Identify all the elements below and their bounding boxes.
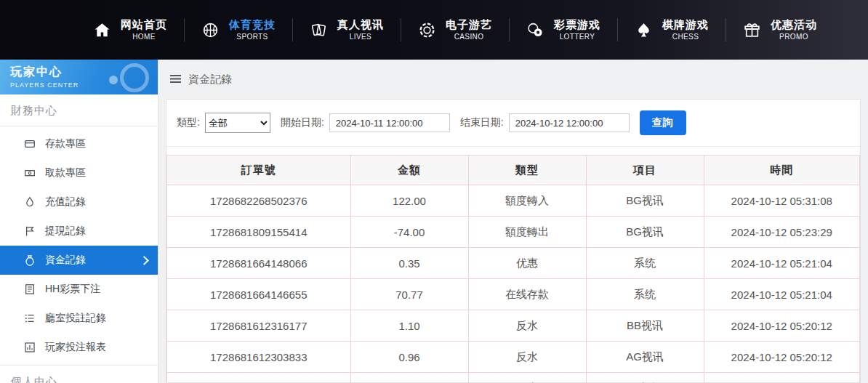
spade-icon	[634, 20, 654, 40]
cards-icon	[309, 20, 329, 40]
table-row: 1728681664146655 70.77 在线存款 系统 2024-10-1…	[167, 279, 860, 310]
sidebar-item-hh-lottery-bets[interactable]: HH彩票下注	[0, 275, 158, 304]
sidebar-item-label: 玩家投注報表	[45, 341, 106, 354]
table-header: 訂單號 金額 類型 項目 時間	[167, 156, 860, 185]
sidebar-item-recharge-record[interactable]: 充值記錄	[0, 188, 158, 217]
type-filter-label: 類型:	[177, 116, 200, 129]
cell-item: BG视讯	[586, 217, 704, 248]
nav-label-en: HOME	[132, 33, 156, 41]
funds-icon	[24, 254, 36, 266]
cell-type: 反水	[468, 373, 586, 383]
sidebar: 玩家中心 PLAYERS CENTER 財務中心 存款專區 取款專區 充值記錄 …	[0, 60, 158, 383]
cell-order-no: 1728634200075225	[167, 373, 351, 383]
cell-type: 优惠	[468, 248, 586, 279]
table-row: 1728681612316177 1.10 反水 BB视讯 2024-10-12…	[167, 310, 860, 342]
table-row: 1728681664148066 0.35 优惠 系统 2024-10-12 0…	[167, 248, 860, 279]
sidebar-item-label: 廳室投註記錄	[45, 312, 106, 325]
cell-type: 額度轉出	[468, 217, 586, 248]
cell-type: 反水	[468, 342, 586, 373]
page-title: 資金記錄	[188, 73, 232, 86]
withdraw-icon	[24, 167, 36, 179]
header-amount: 金額	[350, 156, 468, 185]
sidebar-item-withdraw[interactable]: 取款專區	[0, 158, 158, 188]
start-date-input[interactable]	[329, 113, 450, 132]
type-select[interactable]: 全部	[205, 113, 270, 133]
section-title-personal: 個人中心	[0, 365, 158, 383]
table-row: 1728682268502376 122.00 額度轉入 BG视讯 2024-1…	[167, 185, 860, 217]
cell-amount: 0.35	[350, 248, 468, 279]
sidebar-item-deposit[interactable]: 存款專區	[0, 129, 158, 158]
nav-label-zh: 彩票游戏	[554, 18, 600, 31]
cell-amount: -74.00	[350, 217, 468, 248]
header-time: 時間	[704, 156, 859, 185]
sidebar-item-label: HH彩票下注	[45, 283, 100, 296]
end-date-label: 结束日期:	[460, 116, 504, 129]
sidebar-menu: 存款專區 取款專區 充值記錄 提現記錄 資金記錄 HH彩票下注 廳室投註記錄	[0, 126, 158, 365]
table-body: 1728682268502376 122.00 額度轉入 BG视讯 2024-1…	[167, 185, 860, 383]
gift-icon	[742, 20, 762, 40]
chip-icon	[417, 20, 437, 40]
nav-item-chess[interactable]: 棋牌游戏 CHESS	[617, 13, 726, 47]
nav-item-sports[interactable]: 体育竞技 SPORTS	[184, 13, 292, 47]
menu-toggle-icon[interactable]	[170, 75, 181, 84]
bet-record-icon	[24, 313, 36, 324]
nav-label-zh: 电子游艺	[446, 18, 492, 31]
sidebar-item-label: 存款專區	[45, 137, 86, 150]
filter-bar: 類型: 全部 開始日期: 结束日期: 查詢	[166, 100, 860, 147]
cell-amount: 122.00	[350, 185, 468, 217]
chevron-right-icon	[140, 256, 149, 265]
sidebar-item-withdraw-record[interactable]: 提現記錄	[0, 217, 158, 246]
cell-order-no: 1728681809155414	[167, 217, 351, 248]
deposit-card-icon	[24, 138, 36, 150]
sidebar-item-label: 充值記錄	[45, 195, 86, 209]
cell-order-no: 1728681612303833	[167, 342, 351, 373]
sidebar-item-room-bet-record[interactable]: 廳室投註記錄	[0, 304, 158, 333]
cell-item: 系统	[586, 248, 704, 279]
nav-label-en: LIVES	[350, 33, 371, 41]
nav-item-promo[interactable]: 优惠活动 PROMO	[726, 13, 834, 47]
cell-type: 額度轉入	[468, 185, 586, 217]
cell-amount: 0.96	[350, 342, 468, 373]
decor-circles-icon	[120, 63, 149, 92]
nav-item-home[interactable]: 网站首页 HOME	[76, 13, 184, 47]
start-date-label: 開始日期:	[281, 116, 324, 129]
report-icon	[24, 342, 36, 353]
cell-time: 2024-10-12 05:31:08	[704, 185, 859, 217]
search-button[interactable]: 查詢	[640, 110, 686, 135]
cell-order-no: 1728682268502376	[167, 185, 351, 217]
cell-time: 2024-10-12 05:20:12	[704, 310, 859, 342]
cell-amount: 1.10	[350, 310, 468, 342]
recharge-icon	[24, 196, 36, 208]
nav-label-zh: 体育竞技	[229, 18, 276, 31]
home-icon	[92, 20, 112, 40]
nav-label-en: CASINO	[454, 33, 484, 41]
sidebar-header: 玩家中心 PLAYERS CENTER	[0, 60, 158, 94]
cell-item: BB视讯	[586, 373, 704, 383]
nav-label-en: PROMO	[779, 33, 808, 41]
cell-order-no: 1728681612316177	[167, 310, 351, 342]
sidebar-item-funds-record[interactable]: 資金記錄	[0, 246, 158, 275]
cell-amount: 70.77	[350, 279, 468, 310]
cell-item: AG视讯	[586, 342, 704, 373]
cell-type: 在线存款	[468, 279, 586, 310]
nav-item-casino[interactable]: 电子游艺 CASINO	[401, 13, 509, 47]
end-date-input[interactable]	[509, 113, 630, 132]
nav-label-en: LOTTERY	[560, 33, 595, 41]
sidebar-item-label: 資金記錄	[45, 254, 86, 267]
nav-item-lives[interactable]: 真人视讯 LIVES	[292, 13, 401, 47]
cell-item: BG视讯	[586, 185, 704, 217]
main-content: 資金記錄 類型: 全部 開始日期: 结束日期: 查詢 訂單號 金額 類型	[158, 60, 868, 383]
cell-amount: 0.72	[350, 373, 468, 383]
nav-label-zh: 棋牌游戏	[662, 18, 709, 31]
lottery-bet-icon	[24, 283, 36, 295]
table-row: 1728681809155414 -74.00 額度轉出 BG视讯 2024-1…	[167, 217, 860, 248]
nav-label-zh: 优惠活动	[771, 18, 817, 31]
cell-time: 2024-10-11 16:10:00	[704, 373, 859, 383]
nav-item-lottery[interactable]: 彩票游戏 LOTTERY	[509, 13, 617, 47]
cell-type: 反水	[468, 310, 586, 342]
cell-time: 2024-10-12 05:23:29	[704, 217, 859, 248]
nav-label-zh: 真人视讯	[337, 18, 384, 31]
sidebar-item-player-bet-report[interactable]: 玩家投注報表	[0, 333, 158, 362]
header-item: 項目	[586, 156, 704, 185]
cell-time: 2024-10-12 05:21:04	[704, 248, 859, 279]
